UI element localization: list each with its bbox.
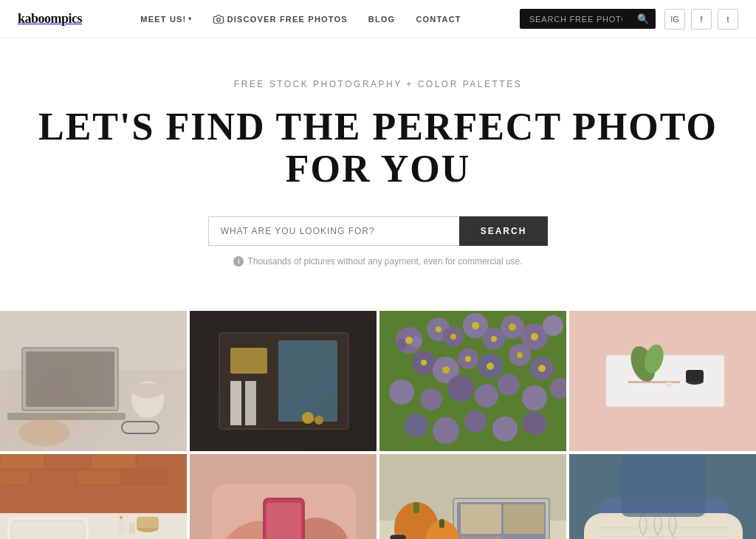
nav-right: 🔍 IG f t [520,9,738,30]
svg-rect-77 [31,470,75,485]
photo-cell-8[interactable] [569,454,756,539]
svg-point-70 [666,382,672,388]
nav-search-input[interactable] [520,11,631,27]
logo-text: kaboompics [18,11,82,26]
svg-rect-75 [137,454,187,469]
svg-rect-103 [504,504,544,534]
photo-cell-2[interactable] [190,311,377,451]
svg-rect-128 [621,454,706,517]
svg-rect-5 [7,413,126,420]
photo-cell-1[interactable] [0,311,187,451]
camera-icon [213,14,224,24]
svg-rect-109 [439,519,444,528]
photo-image-6 [190,454,377,539]
photo-cell-7[interactable] [379,454,566,539]
svg-rect-4 [26,351,114,407]
twitter-icon[interactable]: t [718,9,738,30]
svg-rect-79 [123,470,167,485]
hero-title: LET'S FIND THE PERFECT PHOTO FOR YOU [15,106,741,190]
svg-rect-87 [118,519,124,534]
nav-meet-us[interactable]: MEET US! ▾ [140,15,192,24]
svg-rect-113 [391,535,405,539]
hero-note: i Thousands of pictures without any paym… [15,256,741,267]
photo-image-4 [569,311,756,451]
logo[interactable]: kaboompics [18,11,82,27]
svg-rect-107 [413,502,419,513]
photo-image-5 [0,454,187,539]
svg-rect-74 [92,454,136,469]
facebook-icon[interactable]: f [691,9,712,30]
nav-search-box: 🔍 [520,9,656,29]
photo-image-3 [379,311,566,451]
nav-contact[interactable]: CONTACT [416,15,461,24]
hero-section: FREE STOCK PHOTOGRAPHY + COLOR PALETTES … [0,38,756,296]
svg-point-88 [120,516,123,519]
svg-rect-78 [77,470,121,485]
svg-rect-69 [628,381,680,383]
svg-rect-89 [129,523,135,534]
photo-image-7 [379,454,566,539]
svg-rect-72 [0,454,44,469]
instagram-icon[interactable]: IG [664,9,685,30]
svg-rect-16 [245,381,256,425]
navbar: kaboompics MEET US! ▾ DISCOVER FREE PHOT… [0,0,756,38]
hero-search-input[interactable] [208,216,459,246]
info-icon: i [233,256,244,267]
photo-cell-6[interactable] [190,454,377,539]
photo-cell-3[interactable] [379,311,566,451]
photo-image-8 [569,454,756,539]
svg-rect-14 [230,348,267,374]
svg-rect-82 [11,521,85,539]
svg-rect-95 [267,503,301,539]
svg-rect-15 [230,381,241,425]
social-icons: IG f t [664,9,738,30]
chevron-down-icon: ▾ [188,16,192,22]
svg-point-9 [18,419,70,446]
svg-rect-76 [0,470,30,485]
nav-search-button[interactable]: 🔍 [631,10,655,28]
search-icon: 🔍 [637,13,649,24]
hero-search-area: SEARCH [15,216,741,246]
nav-blog[interactable]: BLOG [368,15,396,24]
nav-discover[interactable]: DISCOVER FREE PHOTOS [213,14,348,24]
svg-rect-73 [46,454,90,469]
hero-subtitle: FREE STOCK PHOTOGRAPHY + COLOR PALETTES [15,79,741,89]
svg-point-17 [302,412,314,424]
svg-point-0 [216,18,220,21]
svg-point-18 [315,416,323,425]
svg-rect-61 [379,311,566,451]
photo-image-1 [0,311,187,451]
photo-cell-4[interactable] [569,311,756,451]
photo-image-2 [190,311,377,451]
photo-cell-5[interactable] [0,454,187,539]
nav-links: MEET US! ▾ DISCOVER FREE PHOTOS BLOG CON… [140,14,461,24]
svg-rect-86 [137,517,159,528]
photo-grid [0,311,756,539]
svg-rect-13 [278,340,337,422]
svg-point-7 [131,383,164,398]
hero-search-button[interactable]: SEARCH [459,216,549,246]
svg-rect-102 [461,504,501,534]
svg-rect-66 [686,370,704,381]
